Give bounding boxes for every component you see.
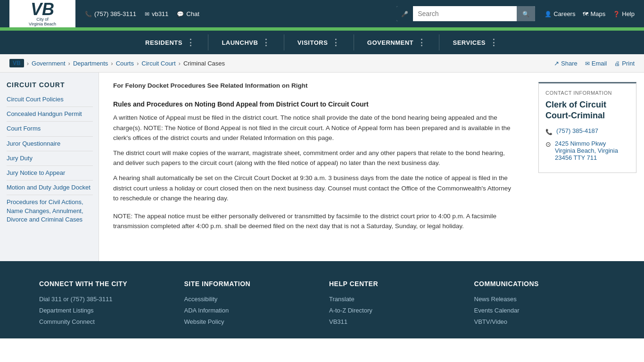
mic-button[interactable] [396, 6, 413, 21]
breadcrumb-courts[interactable]: Courts [116, 60, 134, 67]
list-item: Jury Notice to Appear [7, 169, 93, 181]
search-button[interactable] [517, 6, 535, 21]
maps-link[interactable]: Maps [583, 10, 605, 17]
list-item: VBTV/Video [474, 318, 605, 325]
sidebar-procedures[interactable]: Procedures for Civil Actions, Name Chang… [7, 198, 93, 224]
footer-link-community[interactable]: Community Connect [39, 318, 95, 325]
list-item: Jury Duty [7, 154, 93, 166]
list-item: News Releases [474, 295, 605, 303]
footer-col-title-site: SITE INFORMATION [184, 280, 315, 288]
body-paragraph-2: The district court will make copies of t… [113, 148, 517, 168]
breadcrumb-government[interactable]: Government [32, 60, 66, 67]
footer-links-site: Accessibility ADA Information Website Po… [184, 295, 315, 325]
list-item: A-to-Z Directory [329, 306, 460, 314]
help-link[interactable]: Help [613, 10, 635, 17]
main-content: For Felony Docket Procedures See Related… [99, 73, 531, 261]
footer-links-connect: Dial 311 or (757) 385-3111 Department Li… [39, 295, 170, 325]
list-item: Accessibility [184, 295, 315, 303]
list-item: Motion and Duty Judge Docket [7, 183, 93, 195]
sidebar-links: Circuit Court Policies Concealed Handgun… [7, 95, 93, 227]
email-icon [145, 10, 149, 17]
sidebar-circuit-court-policies[interactable]: Circuit Court Policies [7, 95, 93, 104]
breadcrumb-circuit-court[interactable]: Circuit Court [141, 60, 175, 67]
email-button[interactable]: Email [585, 60, 607, 67]
list-item: Concealed Handgun Permit [7, 110, 93, 122]
footer-grid: CONNECT WITH THE CITY Dial 311 or (757) … [39, 280, 605, 329]
list-item: Translate [329, 295, 460, 303]
nav-launchvb[interactable]: LAUNCHVB ⋮ [208, 31, 283, 54]
sidebar-motion-duty[interactable]: Motion and Duty Judge Docket [7, 183, 93, 192]
nav-dots-visitors: ⋮ [331, 37, 340, 48]
contact-name: Clerk of Circuit Court-Criminal [545, 99, 629, 122]
footer-col-connect: CONNECT WITH THE CITY Dial 311 or (757) … [39, 280, 170, 329]
print-icon [614, 60, 620, 67]
share-icon [554, 60, 559, 67]
list-item: Juror Questionnaire [7, 140, 93, 151]
list-item: Events Calendar [474, 306, 605, 314]
contact-label: CONTACT INFORMATION [545, 90, 629, 96]
sidebar-title: CIRCUIT COURT [7, 81, 93, 89]
footer-link-accessibility[interactable]: Accessibility [184, 296, 218, 303]
vb311-link[interactable]: vb311 [145, 10, 168, 17]
nav-dots-residents: ⋮ [186, 37, 195, 48]
content-note: NOTE: The appeal notice must be either p… [113, 211, 517, 231]
bond-appeal-section: Rules and Procedures on Noting Bond Appe… [113, 100, 517, 231]
section-heading: Rules and Procedures on Noting Bond Appe… [113, 100, 517, 108]
footer-link-events[interactable]: Events Calendar [474, 307, 520, 314]
breadcrumb-actions: Share Email Print [554, 60, 635, 67]
nav-services[interactable]: SERVICES ⋮ [439, 31, 511, 54]
nav-visitors[interactable]: VISITORS ⋮ [284, 31, 354, 54]
share-button[interactable]: Share [554, 60, 578, 67]
career-icon [545, 10, 552, 17]
contact-address-link[interactable]: 2425 Nimmo Pkwy Virginia Beach, Virginia… [555, 140, 618, 161]
nav-items: RESIDENTS ⋮ LAUNCHVB ⋮ VISITORS ⋮ GOVERN… [132, 31, 644, 54]
breadcrumb-home[interactable]: VB [9, 59, 24, 67]
footer-col-title-comms: COMMUNICATIONS [474, 280, 605, 288]
page-layout: CIRCUIT COURT Circuit Court Policies Con… [0, 73, 644, 261]
nav-government[interactable]: GOVERNMENT ⋮ [354, 31, 439, 54]
search-input[interactable] [413, 6, 517, 21]
footer-link-ada[interactable]: ADA Information [184, 307, 229, 314]
footer-link-atoz[interactable]: A-to-Z Directory [329, 307, 372, 314]
chat-icon [177, 10, 184, 17]
sidebar-jury-notice[interactable]: Jury Notice to Appear [7, 169, 93, 177]
footer-link-vb311[interactable]: VB311 [329, 318, 347, 325]
sidebar: CIRCUIT COURT Circuit Court Policies Con… [0, 73, 99, 261]
breadcrumb-bar: VB › Government › Departments › Courts ›… [0, 54, 644, 73]
footer-col-title-help: HELP CENTER [329, 280, 460, 288]
footer-col-site: SITE INFORMATION Accessibility ADA Infor… [184, 280, 315, 329]
print-button[interactable]: Print [614, 60, 635, 67]
phone-icon [85, 10, 92, 17]
nav-dots-launchvb: ⋮ [262, 37, 271, 48]
footer-link-vbtv[interactable]: VBTV/Video [474, 318, 508, 325]
chat-link[interactable]: Chat [177, 10, 199, 17]
footer: CONNECT WITH THE CITY Dial 311 or (757) … [0, 261, 644, 338]
footer-link-dept-listings[interactable]: Department Listings [39, 307, 94, 314]
phone-link[interactable]: (757) 385-3111 [85, 10, 136, 17]
sidebar-jury-duty[interactable]: Jury Duty [7, 154, 93, 163]
top-bar: VB City ofVirginia Beach (757) 385-3111 … [0, 0, 644, 27]
footer-link-translate[interactable]: Translate [329, 296, 355, 303]
list-item: Website Policy [184, 318, 315, 325]
search-icon [522, 10, 529, 17]
contact-phone-icon [545, 128, 553, 135]
nav-residents[interactable]: RESIDENTS ⋮ [132, 31, 208, 54]
breadcrumb-departments[interactable]: Departments [73, 60, 108, 67]
sidebar-concealed-handgun[interactable]: Concealed Handgun Permit [7, 110, 93, 118]
footer-link-dial311[interactable]: Dial 311 or (757) 385-3111 [39, 296, 112, 303]
utility-links: Careers Maps Help [545, 10, 635, 17]
list-item: Circuit Court Policies [7, 95, 93, 107]
footer-link-website-policy[interactable]: Website Policy [184, 318, 224, 325]
careers-link[interactable]: Careers [545, 10, 575, 17]
mic-icon [401, 10, 408, 17]
map-icon [583, 10, 588, 17]
sidebar-court-forms[interactable]: Court Forms [7, 124, 93, 133]
footer-link-news[interactable]: News Releases [474, 296, 517, 303]
footer-col-comms: COMMUNICATIONS News Releases Events Cale… [474, 280, 605, 329]
list-item: Procedures for Civil Actions, Name Chang… [7, 198, 93, 227]
content-intro: For Felony Docket Procedures See Related… [113, 82, 517, 89]
list-item: ADA Information [184, 306, 315, 314]
footer-links-help: Translate A-to-Z Directory VB311 [329, 295, 460, 325]
contact-phone-link[interactable]: (757) 385-4187 [556, 127, 598, 134]
sidebar-juror-questionnaire[interactable]: Juror Questionnaire [7, 140, 93, 148]
